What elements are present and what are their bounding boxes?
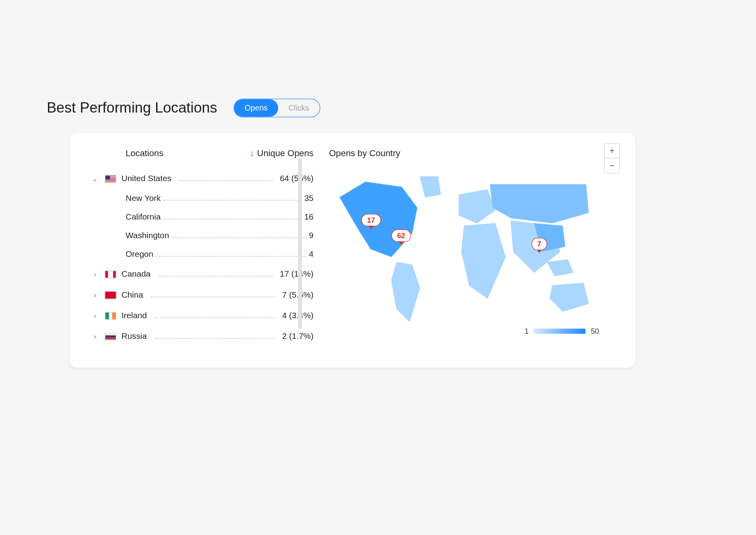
flag-icon [105, 270, 116, 278]
region-row: California16 [90, 208, 313, 226]
expand-toggle-icon[interactable]: › [90, 291, 100, 299]
col-header-locations: Locations [126, 149, 163, 159]
region-row: New York35 [90, 189, 313, 208]
country-row[interactable]: ›Canada17 (14%) [90, 264, 313, 284]
country-row[interactable]: ⌄United States64 (55%) [90, 168, 313, 189]
leader-dots [155, 252, 307, 257]
map-title: Opens by Country [329, 149, 615, 159]
flag-icon [105, 291, 116, 299]
region-row: Oregon4 [90, 245, 313, 264]
region-name: New York [126, 194, 161, 203]
country-value: 64 (55%) [280, 174, 313, 183]
map-panel: Opens by Country + − [329, 149, 615, 347]
leader-dots [154, 334, 275, 339]
locations-list: Locations ↓ Unique Opens ⌄United States6… [90, 149, 313, 347]
country-value: 2 (1.7%) [282, 332, 313, 341]
region-name: Oregon [126, 250, 153, 259]
map-bubble[interactable]: 7 [531, 238, 547, 250]
leader-dots [163, 214, 302, 220]
col-header-metric-label: Unique Opens [257, 149, 313, 159]
leader-dots [154, 313, 275, 318]
flag-icon [105, 332, 116, 340]
country-name: China [122, 290, 143, 300]
locations-card: Locations ↓ Unique Opens ⌄United States6… [70, 133, 636, 367]
country-row[interactable]: ›Russia2 (1.7%) [90, 326, 313, 347]
region-value: 35 [304, 194, 313, 203]
country-name: Canada [122, 269, 151, 279]
zoom-control: + − [604, 143, 620, 174]
country-value: 17 (14%) [280, 269, 313, 279]
list-scrollbar[interactable] [298, 158, 302, 329]
region-value: 9 [309, 231, 314, 241]
country-row[interactable]: ›China7 (5.5%) [90, 285, 313, 305]
leader-dots [163, 196, 302, 201]
world-map[interactable]: 17627 1 50 [329, 166, 599, 332]
country-row[interactable]: ›Ireland4 (3.4%) [90, 305, 313, 326]
col-header-metric[interactable]: ↓ Unique Opens [250, 149, 314, 159]
expand-toggle-icon[interactable]: › [90, 270, 100, 278]
region-value: 4 [309, 250, 314, 259]
legend-gradient [534, 329, 586, 334]
flag-icon [105, 175, 116, 183]
leader-dots [158, 271, 273, 277]
zoom-in-button[interactable]: + [605, 144, 619, 159]
leader-dots [171, 233, 307, 238]
leader-dots [151, 292, 275, 298]
legend-min: 1 [525, 327, 529, 335]
country-name: United States [122, 174, 172, 183]
leader-dots [179, 176, 273, 181]
metric-toggle: Opens Clicks [234, 99, 320, 117]
country-name: Ireland [122, 311, 147, 321]
legend-max: 50 [591, 327, 599, 335]
world-map-svg [329, 166, 599, 332]
country-name: Russia [122, 332, 147, 341]
region-value: 16 [304, 212, 313, 222]
expand-toggle-icon[interactable]: ⌄ [90, 174, 100, 183]
section-title: Best Performing Locations [47, 100, 217, 117]
region-row: Washington9 [90, 226, 313, 245]
zoom-out-button[interactable]: − [605, 159, 619, 173]
toggle-clicks[interactable]: Clicks [278, 99, 320, 117]
toggle-opens[interactable]: Opens [234, 99, 278, 117]
list-header: Locations ↓ Unique Opens [90, 149, 313, 159]
expand-toggle-icon[interactable]: › [90, 311, 100, 320]
region-name: California [126, 212, 161, 222]
flag-icon [105, 312, 116, 320]
map-legend: 1 50 [525, 327, 599, 335]
map-bubble[interactable]: 62 [391, 229, 411, 242]
sort-desc-icon: ↓ [250, 149, 254, 159]
section-header: Best Performing Locations Opens Clicks [47, 99, 638, 117]
map-bubble[interactable]: 17 [361, 214, 381, 226]
region-name: Washington [126, 231, 169, 241]
expand-toggle-icon[interactable]: › [90, 332, 100, 340]
